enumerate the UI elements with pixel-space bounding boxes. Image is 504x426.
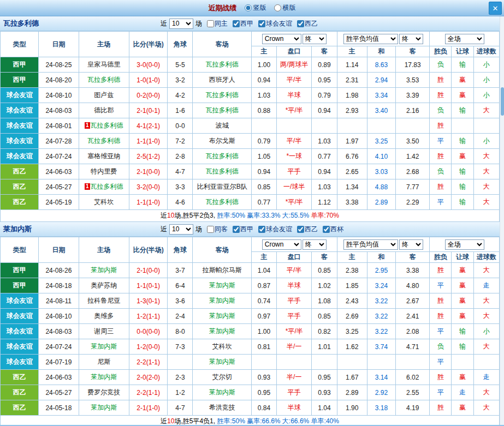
- goals-result: 大: [473, 103, 499, 118]
- odds-final-select[interactable]: 终: [303, 239, 327, 250]
- score: 1-1(1-0): [129, 195, 168, 210]
- odds-company-select[interactable]: Crown: [262, 239, 301, 250]
- venue-filter-checkbox[interactable]: [207, 226, 214, 233]
- league-filter-checkbox[interactable]: [258, 20, 265, 27]
- league-filter-checkbox[interactable]: [297, 226, 304, 233]
- match-date: 24-05-27: [39, 385, 79, 400]
- odds-final-select[interactable]: 终: [303, 34, 327, 44]
- results-table: 类型日期主场比分(半场)角球客场Crown终胜平负均值终全场主盘口客主和客胜负让…: [0, 237, 500, 426]
- titlebar-center: 近期战绩 竖版 横版: [209, 3, 296, 13]
- away-odds: 0.79: [312, 88, 337, 103]
- avg-draw: 2.95: [367, 263, 395, 278]
- goals-result: 小: [473, 57, 499, 73]
- result: 平: [430, 195, 452, 210]
- fullmatch-select[interactable]: 全场: [445, 239, 484, 250]
- score: 2-2(1-1): [129, 385, 168, 400]
- match-count-select[interactable]: 10: [169, 224, 193, 235]
- match-date: 24-08-11: [39, 293, 79, 309]
- league-filter[interactable]: 西乙: [297, 225, 318, 234]
- league-filter[interactable]: 西杯: [323, 225, 343, 234]
- home-odds: [251, 118, 276, 134]
- avg-away: [396, 118, 430, 134]
- league-filter[interactable]: 西甲: [233, 19, 253, 28]
- avg-select[interactable]: 胜平负均值: [343, 239, 398, 250]
- away-odds: 0.95: [312, 73, 337, 88]
- venue-filter[interactable]: 同客: [207, 225, 228, 234]
- summary-part: 近: [161, 417, 167, 425]
- away-odds: 1.02: [312, 278, 337, 293]
- layout-radio-vertical[interactable]: 竖版: [245, 3, 266, 13]
- away-team: 莱加内斯: [193, 278, 251, 293]
- corners: 6-4: [168, 278, 193, 293]
- odds-company-select[interactable]: Crown: [262, 34, 301, 44]
- fullmatch-header: 全场: [430, 32, 500, 46]
- league-filter[interactable]: 球会友谊: [258, 19, 292, 28]
- league-filter-checkbox[interactable]: [233, 226, 240, 233]
- league-badge: 球会友谊: [1, 134, 39, 149]
- sub-header: 客: [396, 46, 430, 57]
- away-team: 艾科坎: [193, 339, 251, 355]
- column-header: 客场: [193, 237, 251, 263]
- avg-away: 6.02: [396, 370, 430, 385]
- avg-draw: 2.94: [367, 73, 395, 88]
- avg-select[interactable]: 胜平负均值: [343, 34, 398, 44]
- match-date: 24-07-24: [39, 339, 79, 355]
- away-team: 希洪竞技: [193, 400, 251, 416]
- match-row: 球会友谊24-08-03谢周三0-0(0-0)8-0莱加内斯1.00*平/半0.…: [1, 324, 500, 339]
- corners: 7-2: [168, 134, 193, 149]
- goals-result: 小: [473, 88, 499, 103]
- handicap: 半/一: [277, 339, 312, 355]
- league-filter-checkbox[interactable]: [233, 20, 240, 27]
- score: 2-1(0-1): [129, 103, 168, 118]
- results-table: 类型日期主场比分(半场)角球客场Crown终胜平负均值终全场主盘口客主和客胜负让…: [0, 31, 500, 222]
- rank-badge: 1: [85, 183, 90, 190]
- avg-home: 3.25: [337, 324, 367, 339]
- venue-filter[interactable]: 同主: [207, 19, 228, 28]
- league-filter-checkbox[interactable]: [323, 226, 330, 233]
- home-team: 瓦拉多利德: [79, 73, 129, 88]
- avg-home: 6.76: [337, 149, 367, 164]
- avg-home: 2.65: [337, 164, 367, 179]
- result: 胜: [430, 370, 452, 385]
- league-badge: 球会友谊: [1, 324, 39, 339]
- result: 胜: [430, 179, 452, 195]
- league-filter-checkbox[interactable]: [297, 20, 304, 27]
- sections: 瓦拉多利德近10场同主西甲球会友谊西乙类型日期主场比分(半场)角球客场Crown…: [0, 16, 500, 426]
- league-filter[interactable]: 西乙: [297, 19, 318, 28]
- match-count-select[interactable]: 10: [169, 19, 193, 29]
- match-row: 球会友谊24-07-24塞格维亚纳2-5(1-2)2-8瓦拉多利德1.05*一球…: [1, 149, 500, 164]
- corners: 5-5: [168, 57, 193, 73]
- handicap-result: 赢: [452, 149, 473, 164]
- avg-final-select[interactable]: 终: [399, 34, 423, 44]
- column-header: 比分(半场): [129, 32, 168, 57]
- corners: 4-2: [168, 88, 193, 103]
- handicap: *一球: [277, 149, 312, 164]
- horizontal-radio-input[interactable]: [274, 4, 281, 11]
- match-date: 24-08-10: [39, 88, 79, 103]
- league-filter[interactable]: 球会友谊: [258, 225, 292, 234]
- avg-final-select[interactable]: 终: [399, 239, 423, 250]
- layout-radio-horizontal[interactable]: 横版: [274, 3, 296, 13]
- venue-filter-checkbox[interactable]: [207, 20, 214, 27]
- away-odds: 0.93: [312, 385, 337, 400]
- odds-company-header: Crown终: [251, 32, 337, 46]
- score: 1-2(0-0): [129, 339, 168, 355]
- goals-result: 大: [473, 164, 499, 179]
- scrollbar-thumb[interactable]: [501, 87, 504, 116]
- corners: 3-7: [168, 263, 193, 278]
- scrollbar-track[interactable]: [500, 16, 504, 426]
- sub-header: 和: [367, 46, 395, 57]
- team-name: 瓦拉多利德: [3, 19, 161, 28]
- league-filter-label: 球会友谊: [266, 225, 292, 234]
- home-odds: 0.85: [251, 179, 276, 195]
- result: 平: [430, 385, 452, 400]
- fullmatch-select[interactable]: 全场: [445, 34, 484, 44]
- avg-away: 2.16: [396, 103, 430, 118]
- avg-home: 1.14: [337, 57, 367, 73]
- vertical-radio-input[interactable]: [245, 4, 252, 11]
- close-button[interactable]: ✕: [489, 2, 502, 15]
- league-filter-checkbox[interactable]: [258, 226, 265, 233]
- sub-header: 主: [337, 252, 367, 263]
- league-filter[interactable]: 西甲: [233, 225, 253, 234]
- league-badge: 西乙: [1, 195, 39, 210]
